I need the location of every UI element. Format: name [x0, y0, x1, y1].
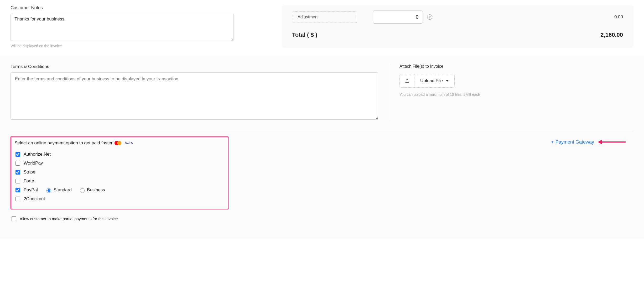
worldpay-checkbox[interactable]: [15, 161, 20, 166]
mastercard-icon: [115, 141, 121, 145]
paypal-label: PayPal: [24, 187, 38, 193]
partial-payments-label: Allow customer to make partial payments …: [20, 217, 119, 221]
total-label: Total ( $ ): [292, 31, 317, 38]
twocheckout-label: 2Checkout: [24, 196, 45, 202]
plus-icon: +: [551, 139, 554, 145]
add-payment-gateway-label: Payment Gateway: [555, 139, 594, 145]
forte-checkbox[interactable]: [15, 179, 20, 183]
upload-icon: [405, 78, 409, 83]
stripe-label: Stripe: [24, 170, 35, 175]
terms-label: Terms & Conditions: [11, 64, 378, 69]
upload-file-button[interactable]: Upload File: [399, 74, 455, 88]
customer-notes-label: Customer Notes: [11, 5, 271, 10]
payment-title: Select an online payment option to get p…: [14, 140, 112, 146]
paypal-business-label: Business: [87, 187, 105, 193]
authorize-checkbox[interactable]: [15, 152, 20, 157]
customer-notes-hint: Will be displayed on the invoice: [11, 44, 271, 48]
paypal-checkbox[interactable]: [15, 188, 20, 192]
partial-payments-checkbox[interactable]: [12, 216, 16, 221]
payment-options-highlight: Select an online payment option to get p…: [11, 136, 228, 209]
stripe-checkbox[interactable]: [15, 170, 20, 175]
attach-label: Attach File(s) to Invoice: [399, 64, 567, 69]
add-payment-gateway-link[interactable]: + Payment Gateway: [551, 136, 594, 145]
paypal-business-radio[interactable]: [80, 188, 85, 193]
adjustment-input[interactable]: [373, 10, 423, 24]
twocheckout-checkbox[interactable]: [15, 197, 20, 201]
upload-file-label: Upload File: [420, 78, 443, 83]
customer-notes-textarea[interactable]: [11, 14, 234, 41]
forte-label: Forte: [24, 178, 34, 184]
attach-hint: You can upload a maximum of 10 files, 5M…: [399, 92, 567, 97]
annotation-arrow: [598, 140, 626, 144]
paypal-standard-radio[interactable]: [46, 188, 51, 193]
chevron-down-icon: [446, 80, 449, 82]
paypal-standard-label: Standard: [54, 187, 72, 193]
worldpay-label: WorldPay: [24, 161, 43, 166]
adjustment-label-box[interactable]: Adjustment: [292, 11, 357, 23]
authorize-label: Authorize.Net: [24, 152, 51, 157]
adjustment-value: 0.00: [614, 14, 623, 20]
total-value: 2,160.00: [600, 31, 623, 38]
terms-textarea[interactable]: [11, 72, 378, 120]
visa-icon: VISA: [125, 141, 133, 145]
totals-panel: Adjustment ? 0.00 Total ( $ ) 2,160.00: [282, 5, 633, 48]
help-icon[interactable]: ?: [427, 14, 432, 20]
